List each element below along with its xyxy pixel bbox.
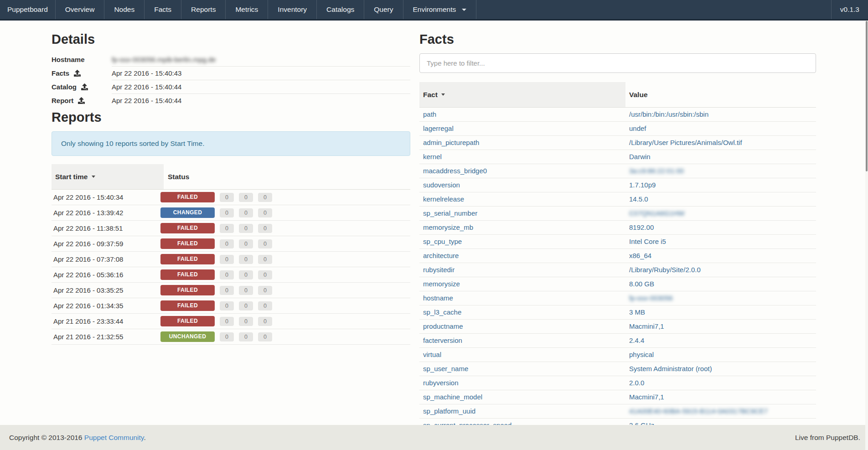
fact-value-link[interactable]: x86_64 bbox=[625, 249, 816, 263]
facts-table: Fact Value path/usr/bin:/bin:/usr/sbin:/… bbox=[419, 82, 816, 433]
nav-environments[interactable]: Environments bbox=[403, 0, 476, 19]
scrollbar-thumb[interactable] bbox=[866, 21, 868, 171]
nav-overview[interactable]: Overview bbox=[56, 0, 105, 19]
upload-icon[interactable] bbox=[74, 70, 81, 77]
facts-table-body: path/usr/bin:/bin:/usr/sbin:/sbinlagerre… bbox=[419, 108, 816, 433]
report-status-badge: FAILED bbox=[160, 238, 215, 249]
count-badge: 0 bbox=[258, 286, 272, 295]
report-status-badge: CHANGED bbox=[160, 207, 215, 218]
report-row[interactable]: Apr 22 2016 - 03:35:25FAILED000 bbox=[52, 283, 410, 298]
fact-value-link[interactable]: 14.5.0 bbox=[625, 192, 816, 206]
puppet-community-link[interactable]: Puppet Community bbox=[84, 434, 144, 441]
puppetdb-status: Live from PuppetDB. bbox=[795, 434, 860, 442]
fact-row: sp_l3_cache3 MB bbox=[419, 305, 816, 320]
fact-name-link[interactable]: architecture bbox=[419, 249, 625, 263]
fact-name-link[interactable]: admin_picturepath bbox=[419, 136, 625, 150]
fact-name-link[interactable]: rubyversion bbox=[419, 376, 625, 390]
fact-name-link[interactable]: facterversion bbox=[419, 334, 625, 347]
nav-reports[interactable]: Reports bbox=[181, 0, 226, 19]
report-row[interactable]: Apr 22 2016 - 09:37:59FAILED000 bbox=[52, 236, 410, 252]
fact-value-link[interactable]: Darwin bbox=[625, 150, 816, 164]
report-row[interactable]: Apr 22 2016 - 07:37:08FAILED000 bbox=[52, 252, 410, 267]
sort-desc-icon bbox=[92, 176, 95, 178]
fact-name-link[interactable]: kernel bbox=[419, 150, 625, 164]
navbar-items: OverviewNodesFactsReportsMetricsInventor… bbox=[56, 0, 403, 19]
fact-name-link[interactable]: sp_machine_model bbox=[419, 390, 625, 404]
fact-row: memorysize_mb8192.00 bbox=[419, 221, 816, 235]
fact-name-link[interactable]: hostname bbox=[419, 291, 625, 305]
nav-inventory[interactable]: Inventory bbox=[268, 0, 317, 19]
report-start-time: Apr 21 2016 - 23:33:44 bbox=[52, 317, 158, 325]
fact-name-link[interactable]: virtual bbox=[419, 348, 625, 362]
fact-row: sp_machine_modelMacmini7,1 bbox=[419, 390, 816, 404]
nav-query[interactable]: Query bbox=[364, 0, 403, 19]
nav-metrics[interactable]: Metrics bbox=[226, 0, 268, 19]
fact-value-link[interactable]: undef bbox=[625, 122, 816, 135]
fact-value-link[interactable]: Macmini7,1 bbox=[625, 320, 816, 333]
count-badge: 0 bbox=[239, 332, 253, 341]
fact-name-link[interactable]: sp_user_name bbox=[419, 362, 625, 376]
scrollbar-track[interactable] bbox=[865, 21, 868, 450]
fact-name-link[interactable]: sp_l3_cache bbox=[419, 305, 625, 319]
fact-value-link[interactable]: /usr/bin:/bin:/usr/sbin:/sbin bbox=[625, 108, 816, 121]
fact-name-link[interactable]: path bbox=[419, 108, 625, 121]
count-badge: 0 bbox=[220, 193, 234, 202]
fact-name-link[interactable]: rubysitedir bbox=[419, 263, 625, 277]
details-label: Catalog bbox=[52, 83, 112, 91]
fact-value-link[interactable]: 3a:c9:86:22:01:00 bbox=[625, 164, 816, 178]
report-row[interactable]: Apr 22 2016 - 15:40:34FAILED000 bbox=[52, 190, 410, 205]
nav-facts[interactable]: Facts bbox=[145, 0, 181, 19]
fact-name-link[interactable]: memorysize bbox=[419, 277, 625, 291]
upload-icon[interactable] bbox=[78, 97, 85, 104]
sort-desc-icon bbox=[441, 93, 445, 96]
nav-environments-label: Environments bbox=[413, 5, 456, 13]
report-row[interactable]: Apr 22 2016 - 01:34:35FAILED000 bbox=[52, 298, 410, 314]
count-badge: 0 bbox=[258, 301, 272, 310]
facts-filter-input[interactable] bbox=[419, 53, 816, 73]
report-row[interactable]: Apr 22 2016 - 11:38:51FAILED000 bbox=[52, 221, 410, 236]
details-label: Report bbox=[52, 97, 112, 104]
fact-value-link[interactable]: 8.00 GB bbox=[625, 277, 816, 291]
fact-name-link[interactable]: sudoversion bbox=[419, 178, 625, 192]
fact-value-link[interactable]: 1.7.10p9 bbox=[625, 178, 816, 192]
report-status-badge: UNCHANGED bbox=[160, 331, 215, 342]
navbar-brand[interactable]: Puppetboard bbox=[0, 0, 56, 19]
report-row[interactable]: Apr 22 2016 - 13:39:42CHANGED000 bbox=[52, 205, 410, 221]
fact-value-link[interactable]: 41A00E40-60BA-5915-B114-0A0317BC9CE7 bbox=[625, 404, 816, 418]
count-badge: 0 bbox=[239, 255, 253, 264]
count-badge: 0 bbox=[239, 286, 253, 295]
fact-name-link[interactable]: sp_platform_uuid bbox=[419, 404, 625, 418]
upload-icon[interactable] bbox=[81, 83, 88, 90]
fact-value-link[interactable]: Intel Core i5 bbox=[625, 235, 816, 248]
count-badge: 0 bbox=[258, 317, 272, 326]
nav-catalogs[interactable]: Catalogs bbox=[317, 0, 364, 19]
fact-value-link[interactable]: C07QN1A6G1HW bbox=[625, 207, 816, 220]
fact-name-link[interactable]: sp_serial_number bbox=[419, 207, 625, 220]
fact-name-link[interactable]: kernelrelease bbox=[419, 192, 625, 206]
details-label: Hostname bbox=[52, 56, 112, 63]
report-row[interactable]: Apr 22 2016 - 05:36:16FAILED000 bbox=[52, 267, 410, 283]
fact-value-link[interactable]: fp-osx-003056 bbox=[625, 291, 816, 305]
fact-value-link[interactable]: 8192.00 bbox=[625, 221, 816, 234]
count-badge: 0 bbox=[258, 239, 272, 248]
fact-row: kernelrelease14.5.0 bbox=[419, 192, 816, 207]
fact-value-link[interactable]: /Library/Ruby/Site/2.0.0 bbox=[625, 263, 816, 277]
column-header-start-time[interactable]: Start time bbox=[52, 164, 164, 189]
column-header-fact[interactable]: Fact bbox=[419, 82, 625, 107]
fact-name-link[interactable]: memorysize_mb bbox=[419, 221, 625, 234]
fact-name-link[interactable]: sp_cpu_type bbox=[419, 235, 625, 248]
fact-name-link[interactable]: macaddress_bridge0 bbox=[419, 164, 625, 178]
fact-value-link[interactable]: /Library/User Pictures/Animals/Owl.tif bbox=[625, 136, 816, 150]
report-row[interactable]: Apr 21 2016 - 21:32:55UNCHANGED000 bbox=[52, 329, 410, 345]
fact-value-link[interactable]: physical bbox=[625, 348, 816, 362]
fact-value-link[interactable]: 2.4.4 bbox=[625, 334, 816, 347]
report-row[interactable]: Apr 21 2016 - 23:33:44FAILED000 bbox=[52, 314, 410, 329]
nav-nodes[interactable]: Nodes bbox=[104, 0, 145, 19]
fact-value-link[interactable]: Macmini7,1 bbox=[625, 390, 816, 404]
fact-value-link[interactable]: System Administrator (root) bbox=[625, 362, 816, 376]
fact-value-link[interactable]: 3 MB bbox=[625, 305, 816, 319]
fact-name-link[interactable]: lagerregal bbox=[419, 122, 625, 135]
fact-name-link[interactable]: productname bbox=[419, 320, 625, 333]
fact-value-link[interactable]: 2.0.0 bbox=[625, 376, 816, 390]
count-badge: 0 bbox=[220, 208, 234, 217]
